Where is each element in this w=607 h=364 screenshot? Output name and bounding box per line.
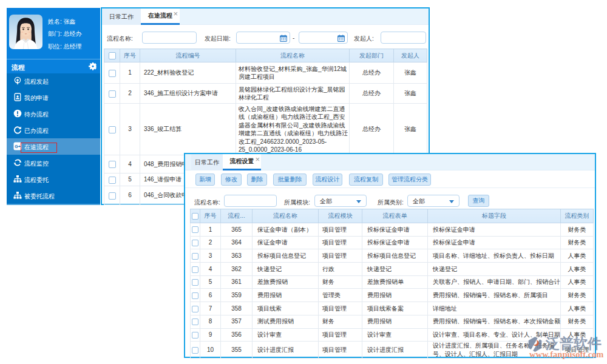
svg-text:G+: G+ <box>15 144 21 148</box>
